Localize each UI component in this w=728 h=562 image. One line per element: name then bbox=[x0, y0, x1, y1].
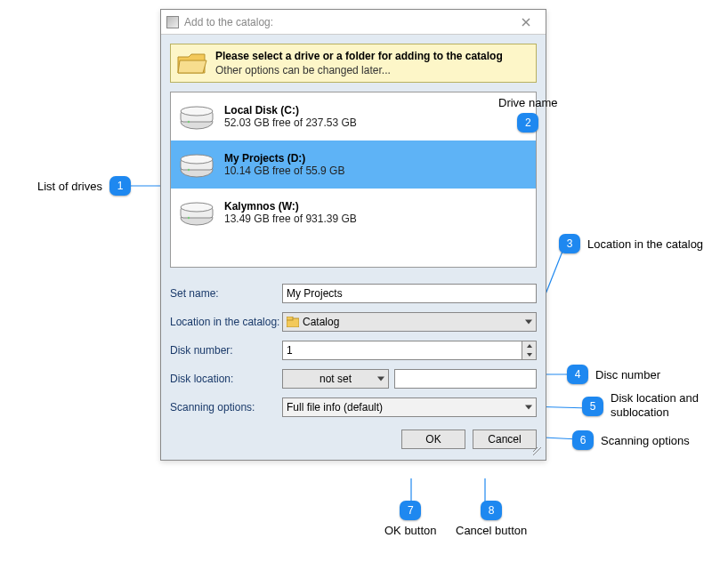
callout-text: List of drives bbox=[37, 180, 102, 193]
svg-point-13 bbox=[188, 121, 190, 123]
harddisk-icon bbox=[178, 150, 215, 179]
harddisk-icon bbox=[178, 198, 215, 227]
set-name-input[interactable] bbox=[282, 284, 537, 303]
disk-location-label: Disk location: bbox=[170, 373, 282, 385]
drive-item[interactable]: Kalymnos (W:) 13.49 GB free of 931.39 GB bbox=[171, 189, 536, 237]
form: Set name: Location in the catalog: Catal… bbox=[170, 284, 537, 417]
hint-box: Please select a drive or a folder for ad… bbox=[170, 44, 537, 83]
drive-size: 52.03 GB free of 237.53 GB bbox=[224, 116, 357, 129]
callout-4: 4 Disc number bbox=[567, 365, 660, 384]
window-title: Add to the catalog: bbox=[184, 16, 512, 28]
disk-location-value: not set bbox=[287, 373, 384, 385]
harddisk-icon bbox=[178, 102, 215, 131]
callout-bubble: 6 bbox=[572, 430, 594, 450]
scanning-label: Scanning options: bbox=[170, 401, 282, 413]
hint-title: Please select a drive or a folder for ad… bbox=[215, 50, 530, 62]
svg-point-21 bbox=[188, 217, 190, 219]
drive-name: My Projects (D:) bbox=[224, 152, 344, 165]
folder-icon bbox=[176, 50, 208, 76]
disk-number-input[interactable]: 1 bbox=[282, 341, 522, 360]
drive-size: 13.49 GB free of 931.39 GB bbox=[224, 213, 357, 225]
titlebar: Add to the catalog: bbox=[161, 10, 546, 35]
callout-1: List of drives 1 bbox=[37, 176, 131, 196]
scanning-combo[interactable]: Full file info (default) bbox=[282, 397, 537, 417]
callout-8: 8 Cancel button bbox=[456, 501, 527, 537]
chevron-down-icon bbox=[377, 377, 384, 381]
callout-bubble: 2 bbox=[517, 113, 538, 132]
spin-down-button[interactable] bbox=[522, 350, 536, 359]
callout-bubble: 8 bbox=[481, 501, 502, 520]
drive-list[interactable]: Local Disk (C:) 52.03 GB free of 237.53 … bbox=[170, 92, 537, 268]
drive-name: Kalymnos (W:) bbox=[224, 200, 357, 213]
close-icon bbox=[522, 18, 530, 27]
drive-name: Local Disk (C:) bbox=[224, 104, 357, 116]
catalog-icon bbox=[287, 317, 299, 327]
svg-rect-23 bbox=[287, 317, 293, 320]
spin-up-button[interactable] bbox=[522, 341, 536, 350]
add-to-catalog-dialog: Add to the catalog: Please select a driv… bbox=[160, 9, 546, 461]
location-combo[interactable]: Catalog bbox=[282, 312, 537, 332]
callout-5: 5 Disk location and sublocation bbox=[582, 391, 708, 419]
callout-bubble: 3 bbox=[559, 234, 580, 253]
location-label: Location in the catalog: bbox=[170, 316, 282, 328]
disk-sublocation-input[interactable] bbox=[394, 369, 537, 389]
svg-point-17 bbox=[188, 169, 190, 171]
svg-point-12 bbox=[181, 107, 213, 116]
ok-button[interactable]: OK bbox=[401, 430, 465, 449]
disk-location-combo[interactable]: not set bbox=[282, 369, 389, 389]
dialog-body: Please select a drive or a folder for ad… bbox=[161, 35, 546, 460]
callout-bubble: 4 bbox=[567, 365, 588, 384]
chevron-down-icon bbox=[525, 320, 532, 325]
drive-size: 10.14 GB free of 55.9 GB bbox=[224, 165, 344, 177]
drive-item[interactable]: My Projects (D:) 10.14 GB free of 55.9 G… bbox=[171, 140, 536, 189]
svg-point-16 bbox=[181, 155, 213, 164]
button-bar: OK Cancel bbox=[170, 426, 537, 451]
disk-number-label: Disk number: bbox=[170, 344, 282, 357]
callout-text: Disk location and sublocation bbox=[611, 391, 708, 419]
callout-text: Location in the catalog bbox=[587, 237, 703, 251]
location-value: Catalog bbox=[303, 316, 339, 328]
scanning-value: Full file info (default) bbox=[287, 401, 383, 413]
close-button[interactable] bbox=[512, 12, 540, 32]
chevron-down-icon bbox=[525, 405, 532, 410]
callout-7: 7 OK button bbox=[384, 501, 437, 537]
callout-text: Cancel button bbox=[456, 524, 527, 537]
cancel-button[interactable]: Cancel bbox=[473, 430, 537, 449]
callout-text: Scanning options bbox=[601, 434, 690, 447]
callout-2: Drive name 2 bbox=[498, 96, 557, 132]
callout-bubble: 7 bbox=[400, 501, 421, 520]
callout-text: Drive name bbox=[498, 96, 557, 109]
set-name-label: Set name: bbox=[170, 287, 282, 300]
callout-text: OK button bbox=[384, 524, 437, 537]
drive-item[interactable]: Local Disk (C:) 52.03 GB free of 237.53 … bbox=[171, 92, 536, 140]
app-icon bbox=[166, 16, 179, 28]
callout-3: 3 Location in the catalog bbox=[559, 234, 703, 253]
callout-text: Disc number bbox=[595, 368, 660, 381]
callout-6: 6 Scanning options bbox=[572, 430, 690, 450]
callout-bubble: 1 bbox=[109, 176, 131, 196]
resize-grip[interactable] bbox=[533, 447, 544, 458]
hint-subtitle: Other options can be changed later... bbox=[215, 64, 530, 76]
callout-bubble: 5 bbox=[582, 397, 603, 416]
svg-point-20 bbox=[181, 203, 213, 212]
